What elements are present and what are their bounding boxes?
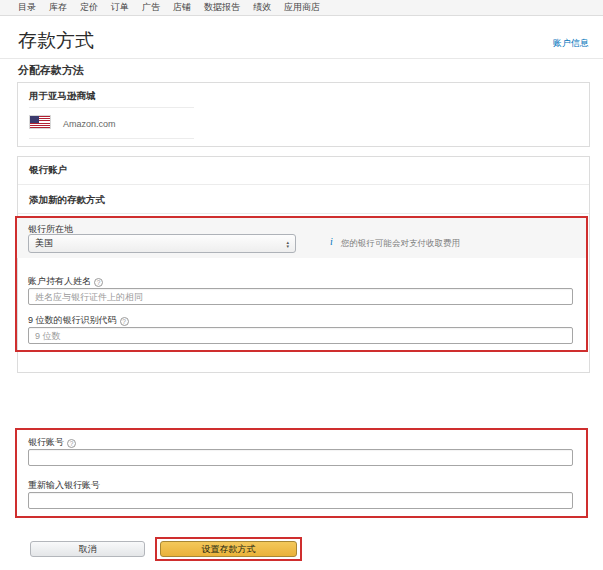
header-divider — [0, 58, 603, 59]
nav-item-pricing[interactable]: 定价 — [80, 1, 98, 14]
chevron-updown-icon: ▴▾ — [286, 240, 289, 248]
bank-location-info-text: 您的银行可能会对支付收取费用 — [341, 238, 460, 250]
reenter-account-input[interactable] — [28, 492, 573, 509]
marketplace-row-rule — [29, 138, 194, 139]
nav-item-advertising[interactable]: 广告 — [142, 1, 160, 14]
bank-account-number-input[interactable] — [28, 449, 573, 466]
deposit-methods-page: 目录 库存 定价 订单 广告 店铺 数据报告 绩效 应用商店 存款方式 账户信息… — [0, 0, 603, 570]
routing-code-label: 9 位数的银行识别代码? — [28, 314, 129, 327]
marketplace-label-rule — [29, 107, 194, 108]
holder-name-input[interactable] — [28, 288, 573, 305]
holder-name-label: 账户持有人姓名? — [28, 275, 103, 288]
help-icon[interactable]: ? — [120, 317, 129, 326]
cancel-button[interactable]: 取消 — [30, 541, 145, 557]
marketplace-name: Amazon.com — [63, 119, 116, 129]
help-icon[interactable]: ? — [67, 439, 76, 448]
help-icon[interactable]: ? — [94, 278, 103, 287]
bank-location-selected-value: 美国 — [35, 237, 53, 250]
nav-item-reports[interactable]: 数据报告 — [204, 1, 240, 14]
nav-item-catalog[interactable]: 目录 — [18, 1, 36, 14]
add-deposit-subheading: 添加新的存款方式 — [29, 194, 105, 207]
bank-location-select[interactable]: 美国 ▴▾ — [28, 234, 296, 253]
assign-section-heading: 分配存款方法 — [18, 63, 84, 78]
marketplace-box: 用于亚马逊商城 Amazon.com — [17, 82, 590, 147]
bank-account-heading: 银行账户 — [29, 164, 67, 177]
annotation-highlight-submit — [155, 537, 302, 561]
annotation-highlight-bank-fields: 银行所在地 美国 ▴▾ i 您的银行可能会对支付收取费用 账户持有人姓名? 9 … — [15, 216, 588, 352]
bank-account-number-label: 银行账号? — [28, 436, 76, 449]
routing-code-input[interactable] — [28, 327, 573, 344]
subheading-rule — [18, 213, 589, 214]
marketplace-label: 用于亚马逊商城 — [29, 90, 96, 103]
account-info-link[interactable]: 账户信息 — [553, 37, 589, 50]
page-title: 存款方式 — [18, 28, 94, 54]
annotation-highlight-account-fields: 银行账号? 重新输入银行账号 — [15, 428, 588, 518]
info-icon: i — [330, 236, 333, 247]
nav-item-appstore[interactable]: 应用商店 — [284, 1, 320, 14]
nav-item-orders[interactable]: 订单 — [111, 1, 129, 14]
nav-item-inventory[interactable]: 库存 — [49, 1, 67, 14]
reenter-account-label: 重新输入银行账号 — [28, 479, 100, 492]
bank-heading-rule — [18, 184, 589, 185]
us-flag-icon — [29, 115, 51, 129]
top-navigation: 目录 库存 定价 订单 广告 店铺 数据报告 绩效 应用商店 — [0, 0, 603, 16]
nav-item-stores[interactable]: 店铺 — [173, 1, 191, 14]
nav-item-performance[interactable]: 绩效 — [253, 1, 271, 14]
